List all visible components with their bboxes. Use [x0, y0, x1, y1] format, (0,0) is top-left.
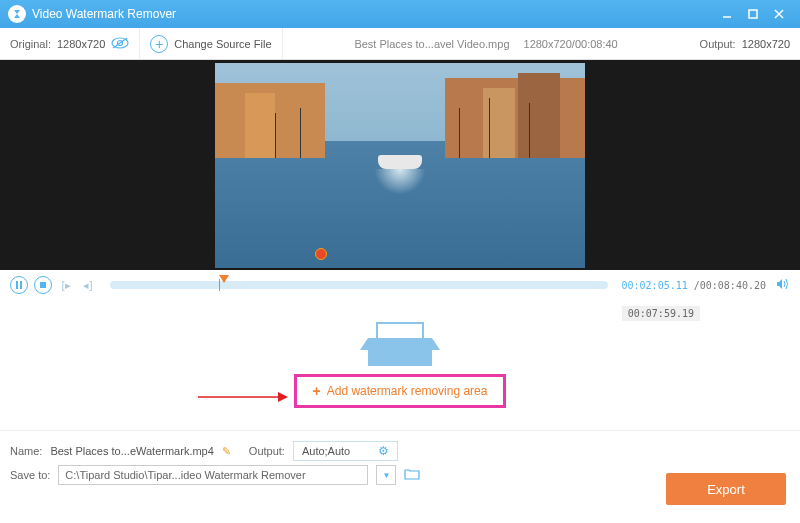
save-path-value: C:\Tipard Studio\Tipar...ideo Watermark … — [65, 469, 305, 481]
titlebar: Video Watermark Remover — [0, 0, 800, 28]
timeline-slider[interactable] — [110, 281, 608, 289]
video-frame[interactable] — [215, 63, 585, 268]
svg-rect-7 — [16, 281, 18, 289]
save-path-field[interactable]: C:\Tipard Studio\Tipar...ideo Watermark … — [58, 465, 368, 485]
current-file-meta: 1280x720/00:08:40 — [524, 38, 618, 50]
change-source-label: Change Source File — [174, 38, 271, 50]
name-label: Name: — [10, 445, 42, 457]
video-preview-area — [0, 60, 800, 270]
mark-out-button[interactable]: ◂] — [80, 276, 96, 294]
edit-name-icon[interactable]: ✎ — [222, 445, 231, 458]
hover-time-badge: 00:07:59.19 — [622, 306, 700, 321]
open-folder-icon[interactable] — [404, 468, 420, 482]
add-watermark-label: Add watermark removing area — [327, 384, 488, 398]
toolbar: Original: 1280x720 + Change Source File … — [0, 28, 800, 60]
svg-marker-11 — [278, 392, 288, 402]
watermark-tray-area: 00:07:59.19 + Add watermark removing are… — [0, 300, 800, 430]
save-to-label: Save to: — [10, 469, 50, 481]
original-resolution: 1280x720 — [57, 38, 105, 50]
output-name-value: Best Places to...eWatermark.mp4 — [50, 445, 213, 457]
player-controls: [▸ ◂] 00:02:05.11/00:08:40.20 — [0, 270, 800, 300]
duration-time: /00:08:40.20 — [694, 280, 766, 291]
marker-icon — [315, 248, 327, 260]
app-title: Video Watermark Remover — [32, 7, 176, 21]
output-format-select[interactable]: Auto;Auto ⚙ — [293, 441, 398, 461]
volume-icon[interactable] — [776, 276, 790, 294]
stop-button[interactable] — [34, 276, 52, 294]
output-resolution: 1280x720 — [742, 38, 790, 50]
original-label: Original: — [10, 38, 51, 50]
maximize-button[interactable] — [740, 5, 766, 23]
pause-button[interactable] — [10, 276, 28, 294]
output-label: Output: — [700, 38, 736, 50]
gear-icon[interactable]: ⚙ — [378, 444, 389, 458]
plus-circle-icon: + — [150, 35, 168, 53]
playhead-icon[interactable] — [219, 275, 229, 283]
current-file-name: Best Places to...avel Video.mpg — [354, 38, 509, 50]
svg-rect-1 — [749, 10, 757, 18]
save-path-dropdown[interactable]: ▼ — [376, 465, 396, 485]
export-label: Export — [707, 482, 745, 497]
output-format-value: Auto;Auto — [302, 445, 350, 457]
app-logo-icon — [8, 5, 26, 23]
output-format-label: Output: — [249, 445, 285, 457]
current-time: 00:02:05.11 — [622, 280, 688, 291]
mark-in-button[interactable]: [▸ — [58, 276, 74, 294]
close-button[interactable] — [766, 5, 792, 23]
plus-icon: + — [313, 383, 321, 399]
preview-toggle-icon[interactable] — [111, 37, 129, 51]
svg-rect-9 — [40, 282, 46, 288]
svg-rect-8 — [20, 281, 22, 289]
change-source-button[interactable]: + Change Source File — [140, 28, 282, 59]
minimize-button[interactable] — [714, 5, 740, 23]
export-button[interactable]: Export — [666, 473, 786, 505]
add-watermark-area-button[interactable]: + Add watermark removing area — [294, 374, 507, 408]
tray-icon — [368, 322, 432, 366]
annotation-arrow-icon — [198, 388, 288, 410]
